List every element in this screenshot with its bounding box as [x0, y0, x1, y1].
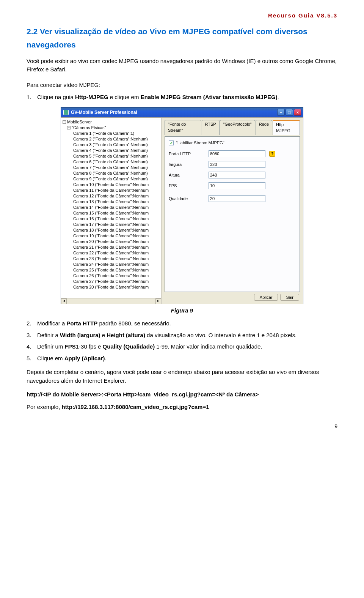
t-bold: Quality (Qualidade): [103, 343, 155, 350]
tab-rtsp[interactable]: RTSP: [202, 120, 220, 135]
tree-camera-item[interactable]: Camera 1 ("Fonte da Câmera":1): [63, 131, 161, 136]
step-text: Clique na guia Http-MJPEG e clique em En…: [37, 93, 337, 102]
footer-paragraph: Depois de completar o cenário, agora voc…: [27, 368, 337, 385]
t: Por exemplo,: [27, 404, 62, 410]
close-button[interactable]: ×: [294, 109, 301, 116]
t: e clique em: [108, 94, 141, 100]
t-bold: Http-MJPEG: [75, 94, 108, 100]
enable-mjpeg-label: "Habilitar Stream MJPEG": [176, 140, 224, 146]
tree-camera-item[interactable]: Camera 16 ("Fonte da Câmera":Nenhum: [63, 216, 161, 222]
tree-camera-item[interactable]: Camera 17 ("Fonte da Câmera":Nenhum: [63, 222, 161, 227]
example-line: Por exemplo, http://192.168.3.117:8080/c…: [27, 403, 337, 412]
help-icon[interactable]: ?: [269, 151, 275, 157]
app-window: GV-Mobile Server Professional – □ × −Mob…: [61, 107, 303, 304]
tab-panel: ✓ "Habilitar Stream MJPEG" Porta HTTP ? …: [165, 136, 300, 292]
input-height[interactable]: [209, 172, 265, 178]
t: .: [105, 355, 106, 361]
label-width: largura: [169, 161, 209, 168]
tree-camera-item[interactable]: Camera 3 ("Fonte da Câmera":Nenhum): [63, 142, 161, 148]
collapse-icon[interactable]: −: [63, 120, 66, 124]
step-5: 5. Clique em Apply (Aplicar).: [27, 354, 337, 363]
tree-camera-item[interactable]: Camera 7 ("Fonte da Câmera":Nenhum): [63, 165, 161, 170]
collapse-icon[interactable]: −: [67, 126, 71, 129]
t: Definir um: [37, 343, 65, 350]
tree-camera-item[interactable]: Camera 11 ("Fonte da Câmera":Nenhum: [63, 188, 161, 193]
tree-group[interactable]: −"Câmeras Físicas": [63, 125, 161, 131]
t: .: [278, 94, 279, 100]
t-bold: FPS: [65, 343, 76, 350]
apply-button[interactable]: Aplicar: [254, 294, 278, 301]
t: 1-30 fps e: [76, 343, 103, 350]
field-height: Altura: [169, 172, 296, 178]
t: Modificar a: [37, 320, 67, 327]
field-width: largura: [169, 161, 296, 168]
tree-camera-item[interactable]: Camera 26 ("Fonte da Câmera":Nenhum: [63, 273, 161, 279]
intro-text: Você pode exibir ao vivo com codec MJPEG…: [27, 57, 337, 74]
maximize-button[interactable]: □: [286, 109, 293, 116]
step-text: Definir um FPS1-30 fps e Quality (Qualid…: [37, 342, 337, 351]
tree-camera-item[interactable]: Camera 24 ("Fonte da Câmera":Nenhum: [63, 262, 161, 267]
tree-camera-item[interactable]: Camera 12 ("Fonte da Câmera":Nenhum: [63, 193, 161, 199]
tree-camera-item[interactable]: Camera 10 ("Fonte da Câmera":Nenhum: [63, 182, 161, 188]
step-3: 3. Definir a Width (largura) e Height (a…: [27, 331, 337, 340]
step-1: 1. Clique na guia Http-MJPEG e clique em…: [27, 93, 337, 102]
tree-camera-item[interactable]: Camera 18 ("Fonte da Câmera":Nenhum: [63, 227, 161, 233]
tree-camera-item[interactable]: Camera 9 ("Fonte da Câmera":Nenhum): [63, 176, 161, 182]
tab-fontedostream[interactable]: "Fonte do Stream": [165, 120, 201, 135]
tab-bar: "Fonte do Stream"RTSP"GeoProtocolo"RedeH…: [165, 120, 300, 135]
tree-camera-item[interactable]: Camera 20 ("Fonte da Câmera":Nenhum: [63, 239, 161, 245]
settings-panel: "Fonte do Stream"RTSP"GeoProtocolo"RedeH…: [162, 118, 303, 304]
input-http-port[interactable]: [209, 150, 265, 157]
tree-camera-item[interactable]: Camera 5 ("Fonte da Câmera":Nenhum): [63, 153, 161, 159]
t: Clique em: [37, 355, 64, 361]
tab-rede[interactable]: Rede: [256, 120, 272, 135]
scroll-right-icon[interactable]: ►: [155, 298, 161, 304]
enable-mjpeg-checkbox[interactable]: ✓: [169, 140, 174, 145]
example-url: http://192.168.3.117:8080/cam_video_rs.c…: [62, 404, 209, 410]
horizontal-scrollbar[interactable]: ◄ ►: [61, 298, 161, 304]
tree-camera-item[interactable]: Camera 15 ("Fonte da Câmera":Nenhum: [63, 210, 161, 216]
tree-camera-item[interactable]: Camera 25 ("Fonte da Câmera":Nenhum: [63, 267, 161, 273]
tree-camera-item[interactable]: Camera 22 ("Fonte da Câmera":Nenhum: [63, 250, 161, 256]
step-text: Definir a Width (largura) e Height (altu…: [37, 331, 337, 340]
t-bold: Porta HTTP: [67, 320, 98, 327]
step-number: 2.: [27, 319, 37, 328]
tab-httpmjpeg[interactable]: Http-MJPEG: [273, 120, 300, 135]
tree-camera-item[interactable]: Camera 14 ("Fonte da Câmera":Nenhum: [63, 205, 161, 210]
input-quality[interactable]: [209, 195, 265, 202]
tree-root[interactable]: −MobileServer: [63, 119, 161, 125]
tree-camera-item[interactable]: Camera 20 ("Fonte da Câmera":Nenhum: [63, 284, 161, 290]
label-height: Altura: [169, 172, 209, 178]
tab-geoprotocolo[interactable]: "GeoProtocolo": [220, 120, 255, 135]
input-fps[interactable]: [209, 182, 265, 189]
step-number: 3.: [27, 331, 37, 340]
tree-camera-item[interactable]: Camera 8 ("Fonte da Câmera":Nenhum): [63, 170, 161, 176]
tree-camera-item[interactable]: Camera 2 ("Fonte da Câmera":Nenhum): [63, 136, 161, 142]
step-number: 5.: [27, 354, 37, 363]
scroll-left-icon[interactable]: ◄: [61, 298, 67, 304]
input-width[interactable]: [209, 161, 265, 168]
tree-group-label: "Câmeras Físicas": [72, 125, 106, 130]
field-fps: FPS: [169, 182, 296, 189]
tree-camera-item[interactable]: Camera 27 ("Fonte da Câmera":Nenhum: [63, 279, 161, 284]
tree-camera-item[interactable]: Camera 6 ("Fonte da Câmera":Nenhum): [63, 159, 161, 165]
tree-camera-item[interactable]: Camera 21 ("Fonte da Câmera":Nenhum: [63, 245, 161, 250]
exit-button[interactable]: Sair: [280, 294, 299, 301]
step-number: 1.: [27, 93, 37, 102]
t: 1-99. Maior valor indica melhor qualidad…: [155, 343, 262, 350]
enable-mjpeg-checkbox-row: ✓ "Habilitar Stream MJPEG": [169, 140, 296, 146]
t-bold: Height (altura): [107, 332, 145, 338]
tree-camera-item[interactable]: Camera 19 ("Fonte da Câmera":Nenhum: [63, 233, 161, 239]
minimize-button[interactable]: –: [277, 109, 285, 116]
tree-camera-item[interactable]: Camera 23 ("Fonte da Câmera":Nenhum: [63, 256, 161, 262]
tree-camera-item[interactable]: Camera 4 ("Fonte da Câmera":Nenhum): [63, 148, 161, 153]
tree-camera-item[interactable]: Camera 13 ("Fonte da Câmera":Nenhum: [63, 199, 161, 205]
app-icon: [63, 110, 69, 115]
t: padrão 8080, se necessário.: [97, 320, 171, 327]
label-http-port: Porta HTTP: [169, 151, 209, 157]
step-number: 4.: [27, 342, 37, 351]
step-text: Clique em Apply (Aplicar).: [37, 354, 337, 363]
field-http-port: Porta HTTP ?: [169, 150, 296, 157]
page-number: 9: [27, 423, 337, 431]
step-text: Modificar a Porta HTTP padrão 8080, se n…: [37, 319, 337, 328]
